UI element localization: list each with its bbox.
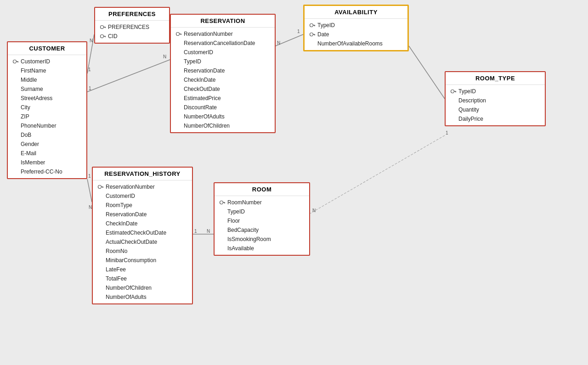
pk-icon-pref-cid bbox=[100, 33, 106, 39]
field-pref-cid: CID bbox=[95, 32, 169, 41]
svg-point-34 bbox=[310, 33, 313, 36]
svg-rect-26 bbox=[103, 36, 106, 36]
field-pref-preferences: PREFERENCES bbox=[95, 22, 169, 32]
field-res-resdate: ReservationDate bbox=[171, 66, 275, 75]
field-res-number: ReservationNumber bbox=[171, 29, 275, 39]
table-reservation-history[interactable]: RESERVATION_HISTORY ReservationNumber Cu… bbox=[92, 167, 193, 304]
svg-line-10 bbox=[310, 135, 445, 213]
svg-rect-33 bbox=[314, 26, 315, 26]
field-rh-resdate: ReservationDate bbox=[93, 210, 192, 219]
svg-rect-36 bbox=[314, 35, 315, 35]
svg-text:N: N bbox=[207, 229, 210, 234]
field-rh-customerid: CustomerID bbox=[93, 191, 192, 201]
svg-point-25 bbox=[101, 35, 104, 38]
svg-rect-44 bbox=[101, 186, 103, 187]
pk-icon-room-number bbox=[219, 199, 226, 206]
field-room-available: IsAvailable bbox=[215, 244, 309, 253]
field-rh-adults: NumberOfAdults bbox=[93, 292, 192, 302]
table-availability[interactable]: AVAILABILITY TypeID Date NumberOfAvailab… bbox=[303, 5, 409, 51]
svg-point-28 bbox=[176, 33, 180, 36]
svg-rect-27 bbox=[105, 37, 106, 37]
field-ismember: IsMember bbox=[8, 158, 86, 167]
svg-rect-32 bbox=[313, 25, 315, 25]
field-rh-actcheckout: ActualCheckOutDate bbox=[93, 237, 192, 247]
field-res-checkin: CheckInDate bbox=[171, 75, 275, 84]
table-room-title: ROOM bbox=[215, 183, 309, 196]
svg-line-0 bbox=[87, 34, 94, 73]
table-availability-body: TypeID Date NumberOfAvailableRooms bbox=[305, 19, 407, 50]
svg-rect-41 bbox=[223, 202, 225, 202]
svg-rect-23 bbox=[103, 27, 106, 27]
svg-rect-21 bbox=[17, 62, 18, 62]
table-customer-title: CUSTOMER bbox=[8, 42, 86, 55]
field-gender: Gender bbox=[8, 140, 86, 149]
svg-rect-35 bbox=[313, 34, 315, 34]
table-preferences-title: PREFERENCES bbox=[95, 8, 169, 21]
field-room-typeid: TypeID bbox=[215, 207, 309, 216]
field-streetadress: StreetAdress bbox=[8, 94, 86, 103]
svg-text:1: 1 bbox=[88, 67, 91, 72]
field-surname: Surname bbox=[8, 84, 86, 94]
table-customer-body: CustomerID FirstName Middle Surname Stre… bbox=[8, 55, 86, 178]
svg-text:1: 1 bbox=[446, 130, 448, 135]
field-firstname: FirstName bbox=[8, 66, 86, 75]
field-rh-resnumber: ReservationNumber bbox=[93, 182, 192, 191]
svg-line-16 bbox=[87, 179, 92, 202]
svg-rect-38 bbox=[454, 91, 456, 91]
field-preferred-cc-no: Preferred-CC-No bbox=[8, 167, 86, 176]
svg-line-3 bbox=[87, 60, 170, 92]
table-room-type-title: ROOM_TYPE bbox=[446, 72, 545, 85]
svg-text:1: 1 bbox=[297, 29, 300, 34]
field-res-cancdate: ReservationCancellationDate bbox=[171, 39, 275, 48]
pk-icon-customerid bbox=[12, 58, 19, 65]
table-reservation-body: ReservationNumber ReservationCancellatio… bbox=[171, 28, 275, 132]
field-res-discountrate: DiscountRate bbox=[171, 103, 275, 112]
field-rt-quantity: Quantity bbox=[446, 105, 545, 114]
svg-text:N: N bbox=[277, 40, 280, 45]
field-avail-typeid: TypeID bbox=[305, 21, 407, 30]
svg-point-22 bbox=[101, 26, 104, 29]
table-room-body: RoomNumber TypeID Floor BedCapacity IsSm… bbox=[215, 196, 309, 255]
field-res-checkout: CheckOutDate bbox=[171, 84, 275, 94]
svg-rect-30 bbox=[181, 34, 181, 35]
svg-text:1: 1 bbox=[89, 86, 91, 91]
svg-text:1: 1 bbox=[88, 174, 91, 179]
field-room-floor: Floor bbox=[215, 216, 309, 225]
table-preferences[interactable]: PREFERENCES PREFERENCES CID bbox=[94, 7, 170, 44]
field-avail-date: Date bbox=[305, 30, 407, 39]
table-room-type-body: TypeID Description Quantity DailyPrice bbox=[446, 85, 545, 125]
pk-icon-avail-typeid bbox=[309, 22, 316, 28]
svg-rect-39 bbox=[455, 92, 456, 92]
svg-point-40 bbox=[220, 201, 223, 204]
field-res-children: NumberOfChildren bbox=[171, 121, 275, 130]
field-zip: ZIP bbox=[8, 112, 86, 121]
svg-line-6 bbox=[276, 34, 303, 46]
svg-rect-29 bbox=[179, 34, 181, 34]
table-room[interactable]: ROOM RoomNumber TypeID Floor BedCapacity… bbox=[214, 182, 310, 256]
field-rh-minibar: MinibarConsumption bbox=[93, 256, 192, 265]
svg-rect-45 bbox=[102, 187, 103, 188]
table-reservation[interactable]: RESERVATION ReservationNumber Reservatio… bbox=[170, 14, 276, 133]
field-email: E-Mail bbox=[8, 149, 86, 158]
pk-icon-rt-typeid bbox=[450, 88, 457, 95]
erd-canvas: 1 N 1 N N 1 1 N 1 N 1 N CUSTOMER bbox=[0, 0, 588, 365]
table-availability-title: AVAILABILITY bbox=[305, 6, 407, 19]
field-rh-estcheckout: EstimatedCheckOutDate bbox=[93, 228, 192, 237]
field-avail-rooms: NumberOfAvailableRooms bbox=[305, 39, 407, 48]
field-res-typeid: TypeID bbox=[171, 57, 275, 66]
field-customerid: CustomerID bbox=[8, 57, 86, 66]
field-rh-roomno: RoomNo bbox=[93, 247, 192, 256]
field-phonenumber: PhoneNumber bbox=[8, 121, 86, 130]
field-res-estprice: EstimatedPrice bbox=[171, 94, 275, 103]
table-room-type[interactable]: ROOM_TYPE TypeID Description Quantity Da… bbox=[445, 71, 546, 126]
field-middle: Middle bbox=[8, 75, 86, 84]
field-rh-latefee: LateFee bbox=[93, 265, 192, 274]
svg-text:N: N bbox=[312, 208, 316, 213]
field-room-number: RoomNumber bbox=[215, 198, 309, 207]
svg-point-19 bbox=[13, 60, 17, 63]
table-customer[interactable]: CUSTOMER CustomerID FirstName Middle Sur… bbox=[7, 41, 87, 179]
svg-line-9 bbox=[409, 46, 445, 99]
field-rt-typeid: TypeID bbox=[446, 87, 545, 96]
pk-icon-avail-date bbox=[309, 31, 316, 38]
field-rt-description: Description bbox=[446, 96, 545, 105]
